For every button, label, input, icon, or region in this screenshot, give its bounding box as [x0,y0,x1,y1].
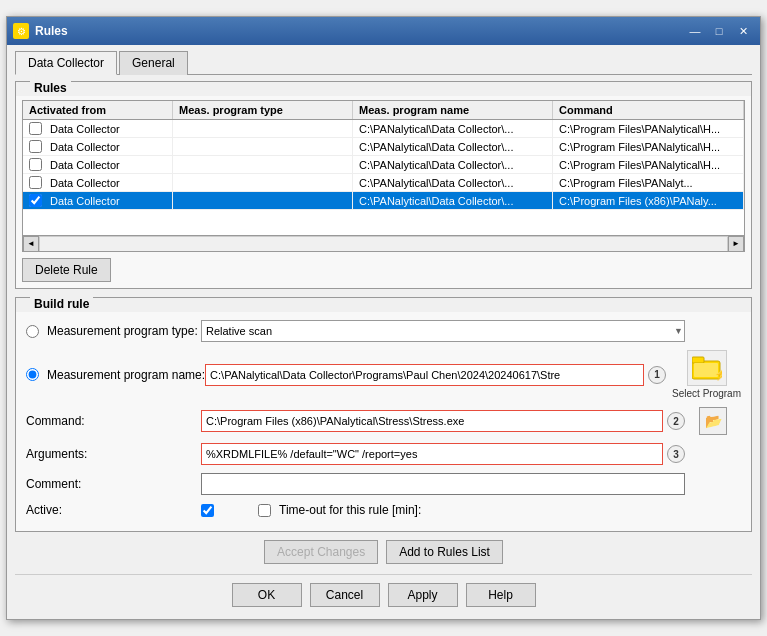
ok-button[interactable]: OK [232,583,302,607]
cell-meas-name-5: C:\PANalytical\Data Collector\... [353,192,553,209]
comment-input[interactable] [201,473,685,495]
command-row: Command: 2 📂 [26,407,741,435]
scroll-right-btn[interactable]: ► [728,236,744,252]
cell-meas-name-4: C:\PANalytical\Data Collector\... [353,174,553,191]
window-controls: — □ ✕ [684,22,754,40]
badge-3: 3 [667,445,685,463]
meas-type-label-group: Measurement program type: [26,324,201,338]
arguments-input-group: 3 [201,443,685,465]
table-row-selected[interactable]: Data Collector C:\PANalytical\Data Colle… [23,192,744,210]
cell-activated-5: Data Collector [23,192,173,209]
window-title: Rules [35,24,684,38]
rules-group-box: Rules Activated from Meas. program type … [15,81,752,289]
timeout-group: Time-out for this rule [min]: [258,503,421,517]
table-row[interactable]: Data Collector C:\PANalytical\Data Colle… [23,156,744,174]
tab-general[interactable]: General [119,51,188,75]
window-icon: ⚙ [13,23,29,39]
comment-label: Comment: [26,477,201,491]
add-to-rules-list-button[interactable]: Add to Rules List [386,540,503,564]
comment-row: Comment: [26,473,741,495]
title-bar: ⚙ Rules — □ ✕ [7,17,760,45]
accept-changes-row: Accept Changes Add to Rules List [15,540,752,564]
checkbox-row-4[interactable] [29,176,42,189]
col-command: Command [553,101,744,119]
meas-type-select-wrapper: Relative scan ▼ [201,320,685,342]
active-row: Active: Time-out for this rule [min]: [26,503,741,517]
cell-command-3: C:\Program Files\PANalytical\H... [553,156,744,173]
main-window: ⚙ Rules — □ ✕ Data Collector General Rul… [6,16,761,620]
build-rule-title: Build rule [30,297,93,311]
cell-command-4: C:\Program Files\PANalyt... [553,174,744,191]
tab-data-collector[interactable]: Data Collector [15,51,117,75]
checkbox-row-3[interactable] [29,158,42,171]
timeout-checkbox[interactable] [258,504,271,517]
meas-type-radio[interactable] [26,325,39,338]
tab-bar: Data Collector General [15,51,752,75]
svg-text:⚡: ⚡ [714,366,722,381]
select-program-label: Select Program [672,388,741,399]
cell-command-2: C:\Program Files\PANalytical\H... [553,138,744,155]
meas-type-select[interactable]: Relative scan [201,320,685,342]
meas-name-radio[interactable] [26,368,39,381]
cell-activated-1: Data Collector [23,120,173,137]
meas-name-input[interactable] [205,364,644,386]
checkbox-row-1[interactable] [29,122,42,135]
select-program-button[interactable]: ⚡ [687,350,727,386]
checkbox-row-2[interactable] [29,140,42,153]
badge-1: 1 [648,366,666,384]
meas-name-label-group: Measurement program name: [26,368,205,382]
maximize-button[interactable]: □ [708,22,730,40]
table-row[interactable]: Data Collector C:\PANalytical\Data Colle… [23,138,744,156]
command-input[interactable] [201,410,663,432]
apply-button[interactable]: Apply [388,583,458,607]
help-button[interactable]: Help [466,583,536,607]
cell-command-5: C:\Program Files (x86)\PANaly... [553,192,744,209]
minimize-button[interactable]: — [684,22,706,40]
cell-command-1: C:\Program Files\PANalytical\H... [553,120,744,137]
table-row[interactable]: Data Collector C:\PANalytical\Data Colle… [23,174,744,192]
cell-activated-4: Data Collector [23,174,173,191]
checkbox-row-5[interactable] [29,194,42,207]
cell-meas-type-2 [173,138,353,155]
col-meas-name: Meas. program name [353,101,553,119]
scroll-left-btn[interactable]: ◄ [23,236,39,252]
table-row[interactable]: Data Collector C:\PANalytical\Data Colle… [23,120,744,138]
table-body: Data Collector C:\PANalytical\Data Colle… [23,120,744,235]
rules-table: Activated from Meas. program type Meas. … [22,100,745,252]
col-meas-type: Meas. program type [173,101,353,119]
window-body: Data Collector General Rules Activated f… [7,45,760,619]
svg-rect-1 [692,357,704,363]
folder-icon: ⚡ [692,355,722,381]
meas-name-row: Measurement program name: 1 [26,350,741,399]
cell-meas-type-3 [173,156,353,173]
rules-group-title: Rules [30,81,71,95]
cancel-button[interactable]: Cancel [310,583,380,607]
command-label: Command: [26,414,201,428]
footer-buttons: OK Cancel Apply Help [15,574,752,611]
command-input-group: 2 [201,410,685,432]
badge-2: 2 [667,412,685,430]
cell-meas-type-1 [173,120,353,137]
build-rule-group: Build rule Measurement program type: Rel… [15,297,752,532]
cell-meas-name-2: C:\PANalytical\Data Collector\... [353,138,553,155]
h-scrollbar: ◄ ► [23,235,744,251]
active-checkbox[interactable] [201,504,214,517]
accept-changes-button[interactable]: Accept Changes [264,540,378,564]
delete-rule-button[interactable]: Delete Rule [22,258,111,282]
scroll-track[interactable] [39,236,728,252]
build-rule-content: Measurement program type: Relative scan … [16,312,751,531]
browse-command-button[interactable]: 📂 [699,407,727,435]
cell-meas-type-4 [173,174,353,191]
cell-meas-type-5 [173,192,353,209]
close-button[interactable]: ✕ [732,22,754,40]
cell-activated-3: Data Collector [23,156,173,173]
active-label: Active: [26,503,201,517]
meas-name-input-group: 1 [205,364,666,386]
cell-meas-name-3: C:\PANalytical\Data Collector\... [353,156,553,173]
cell-meas-name-1: C:\PANalytical\Data Collector\... [353,120,553,137]
arguments-input[interactable] [201,443,663,465]
cell-activated-2: Data Collector [23,138,173,155]
select-program-area: ⚡ Select Program [672,350,741,399]
arguments-label: Arguments: [26,447,201,461]
col-activated-from: Activated from [23,101,173,119]
